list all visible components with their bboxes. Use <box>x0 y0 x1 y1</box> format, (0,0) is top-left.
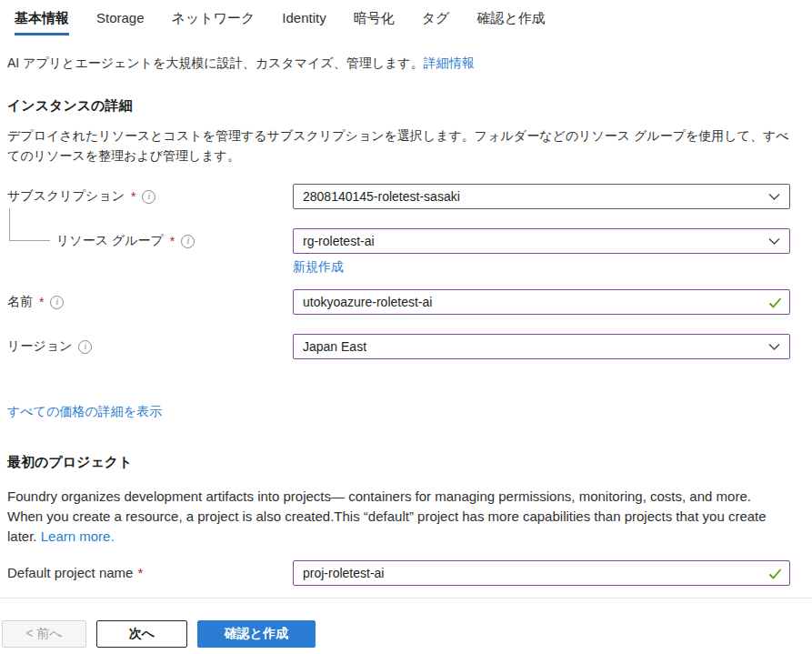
tab-review-create[interactable]: 確認と作成 <box>476 9 545 35</box>
tab-identity[interactable]: Identity <box>282 9 326 35</box>
tab-storage[interactable]: Storage <box>96 9 145 35</box>
pricing-details-link[interactable]: すべての価格の詳細を表示 <box>7 403 162 419</box>
learn-more-link[interactable]: Learn more. <box>41 528 115 544</box>
default-project-name-input[interactable] <box>293 560 790 586</box>
resource-group-dropdown[interactable]: rg-roletest-ai <box>293 228 790 254</box>
tab-basics[interactable]: 基本情報 <box>15 9 69 35</box>
name-label: 名前 * <box>7 289 293 310</box>
region-dropdown[interactable]: Japan East <box>293 334 790 359</box>
region-label: リージョン <box>7 334 293 355</box>
wizard-tab-bar: 基本情報 Storage ネットワーク Identity 暗号化 タグ 確認と作… <box>7 0 790 35</box>
required-asterisk: * <box>131 189 135 204</box>
wizard-footer: < 前へ 次へ 確認と作成 <box>0 598 812 654</box>
tab-network[interactable]: ネットワーク <box>172 9 256 35</box>
name-row: 名前 * <box>7 289 790 315</box>
first-project-description: Foundry organizes development artifacts … <box>7 487 790 547</box>
info-icon[interactable] <box>78 340 92 354</box>
next-button[interactable]: 次へ <box>96 620 187 648</box>
instance-details-heading: インスタンスの詳細 <box>7 96 790 115</box>
resource-group-value: rg-roletest-ai <box>303 234 375 248</box>
default-project-name-label-text: Default project name <box>7 565 133 580</box>
resource-group-row: リソース グループ * rg-roletest-ai 新規作成 <box>7 228 790 275</box>
name-label-text: 名前 <box>7 294 33 310</box>
tab-encryption[interactable]: 暗号化 <box>354 9 395 35</box>
required-asterisk: * <box>170 234 175 248</box>
tree-connector <box>9 208 50 241</box>
required-asterisk: * <box>137 565 143 580</box>
region-value: Japan East <box>303 339 366 354</box>
region-label-text: リージョン <box>7 338 72 355</box>
instance-details-form: サブスクリプション * 2808140145-roletest-sasaki リ… <box>7 184 790 359</box>
resource-group-label: リソース グループ * <box>7 228 293 249</box>
region-row: リージョン Japan East <box>7 334 790 359</box>
first-project-description-text: Foundry organizes development artifacts … <box>7 488 767 544</box>
chevron-down-icon <box>768 193 780 201</box>
review-create-button[interactable]: 確認と作成 <box>197 620 316 648</box>
subscription-value: 2808140145-roletest-sasaki <box>303 189 460 204</box>
chevron-down-icon <box>768 343 780 351</box>
subscription-label: サブスクリプション * <box>7 184 293 205</box>
info-icon[interactable] <box>181 235 195 248</box>
resource-group-label-text: リソース グループ <box>56 233 164 249</box>
subscription-label-text: サブスクリプション <box>7 188 125 205</box>
name-input[interactable] <box>293 289 790 315</box>
details-link[interactable]: 詳細情報 <box>424 55 475 70</box>
first-project-heading: 最初のプロジェクト <box>7 453 790 471</box>
info-icon[interactable] <box>142 190 155 204</box>
default-project-name-label: Default project name * <box>7 560 293 580</box>
create-new-link[interactable]: 新規作成 <box>293 258 344 275</box>
footer-buttons: < 前へ 次へ 確認と作成 <box>0 599 812 654</box>
intro-description: AI アプリとエージェントを大規模に設計、カスタマイズ、管理します。 <box>7 55 424 70</box>
subscription-row: サブスクリプション * 2808140145-roletest-sasaki <box>7 184 790 209</box>
subscription-dropdown[interactable]: 2808140145-roletest-sasaki <box>293 184 790 209</box>
tab-tags[interactable]: タグ <box>422 9 450 35</box>
info-icon[interactable] <box>50 296 64 309</box>
required-asterisk: * <box>39 295 44 309</box>
default-project-name-row: Default project name * <box>7 560 790 586</box>
intro-text: AI アプリとエージェントを大規模に設計、カスタマイズ、管理します。詳細情報 <box>7 54 790 72</box>
create-wizard-basics-pane: 基本情報 Storage ネットワーク Identity 暗号化 タグ 確認と作… <box>0 0 812 586</box>
instance-details-description: デプロイされたリソースとコストを管理するサブスクリプションを選択します。フォルダ… <box>7 126 790 166</box>
chevron-down-icon <box>768 237 780 246</box>
previous-button[interactable]: < 前へ <box>2 620 86 648</box>
